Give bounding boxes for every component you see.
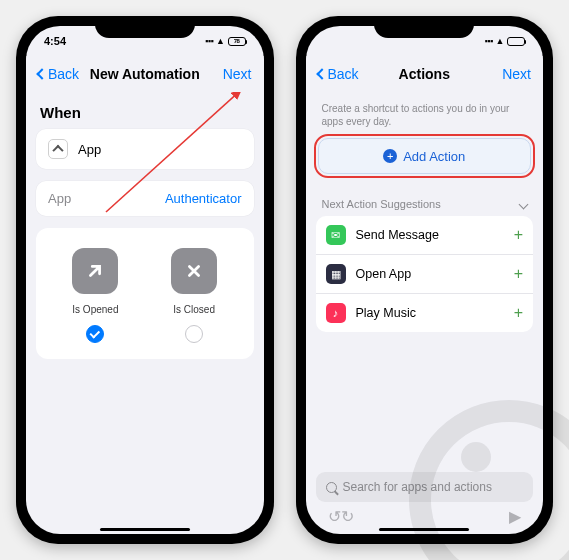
search-placeholder: Search for apps and actions [343, 480, 492, 494]
suggestions-header[interactable]: Next Action Suggestions [316, 190, 534, 216]
trigger-app-row[interactable]: App [36, 129, 254, 169]
suggestion-list: ✉ Send Message + ▦ Open App + ♪ Play Mus… [316, 216, 534, 332]
back-button[interactable]: Back [318, 66, 359, 82]
suggestion-open-app[interactable]: ▦ Open App + [316, 255, 534, 294]
wifi-icon: ▲ [216, 36, 224, 46]
status-right: ▪▪▪ ▲ 78 [205, 36, 246, 46]
notch [374, 16, 474, 38]
undo-icon[interactable]: ↺ [328, 507, 341, 526]
plus-circle-icon: + [383, 149, 397, 163]
chevron-left-icon [316, 68, 327, 79]
app-open-icon [48, 139, 68, 159]
when-heading: When [40, 104, 250, 121]
nav-bar: Back New Automation Next [26, 56, 264, 92]
status-time: 4:54 [44, 35, 66, 47]
option-is-opened[interactable]: Is Opened [50, 248, 140, 343]
battery-icon: 78 [228, 37, 246, 46]
radio-unchecked[interactable] [185, 325, 203, 343]
search-input[interactable]: Search for apps and actions [316, 472, 534, 502]
signal-icon: ▪▪▪ [205, 36, 213, 46]
signal-icon: ▪▪▪ [485, 36, 493, 46]
back-label: Back [48, 66, 79, 82]
play-icon[interactable]: ▶ [509, 507, 521, 526]
back-label: Back [328, 66, 359, 82]
add-suggestion-icon[interactable]: + [514, 265, 523, 283]
intro-text: Create a shortcut to actions you do in y… [322, 102, 528, 128]
app-selection-row[interactable]: App Authenticator [36, 181, 254, 216]
content-left: When App App Authenticator Is Opened [26, 92, 264, 534]
trigger-label: App [78, 142, 101, 157]
phone-right: ▪▪▪ ▲ Back Actions Next Create a shortcu… [296, 16, 554, 544]
suggestion-label: Play Music [356, 306, 504, 320]
suggestion-play-music[interactable]: ♪ Play Music + [316, 294, 534, 332]
chevron-left-icon [36, 68, 47, 79]
toolbar: ↺ ↻ ▶ [306, 504, 544, 528]
suggestions-title: Next Action Suggestions [322, 198, 441, 210]
app-row-value: Authenticator [165, 191, 242, 206]
search-icon [326, 482, 337, 493]
option-label: Is Closed [173, 304, 215, 315]
grid-icon: ▦ [326, 264, 346, 284]
screen-right: ▪▪▪ ▲ Back Actions Next Create a shortcu… [306, 26, 544, 534]
next-button[interactable]: Next [223, 66, 252, 82]
next-button[interactable]: Next [502, 66, 531, 82]
add-suggestion-icon[interactable]: + [514, 304, 523, 322]
suggestion-label: Send Message [356, 228, 504, 242]
notch [95, 16, 195, 38]
content-right: Create a shortcut to actions you do in y… [306, 92, 544, 534]
suggestion-send-message[interactable]: ✉ Send Message + [316, 216, 534, 255]
option-label: Is Opened [72, 304, 118, 315]
wifi-icon: ▲ [496, 36, 504, 46]
chevron-down-icon [519, 199, 529, 209]
add-action-button[interactable]: + Add Action [318, 138, 532, 174]
back-button[interactable]: Back [38, 66, 79, 82]
home-indicator[interactable] [100, 528, 190, 532]
redo-icon[interactable]: ↻ [341, 507, 354, 526]
close-icon [171, 248, 217, 294]
option-is-closed[interactable]: Is Closed [149, 248, 239, 343]
add-suggestion-icon[interactable]: + [514, 226, 523, 244]
suggestion-label: Open App [356, 267, 504, 281]
music-icon: ♪ [326, 303, 346, 323]
screen-left: 4:54 ▪▪▪ ▲ 78 Back New Automation Next W… [26, 26, 264, 534]
open-icon [72, 248, 118, 294]
message-icon: ✉ [326, 225, 346, 245]
app-row-label: App [48, 191, 71, 206]
add-action-label: Add Action [403, 149, 465, 164]
radio-checked[interactable] [86, 325, 104, 343]
status-right: ▪▪▪ ▲ [485, 36, 526, 46]
nav-bar: Back Actions Next [306, 56, 544, 92]
phone-left: 4:54 ▪▪▪ ▲ 78 Back New Automation Next W… [16, 16, 274, 544]
home-indicator[interactable] [379, 528, 469, 532]
highlight-box: + Add Action [318, 138, 532, 174]
battery-icon [507, 37, 525, 46]
open-close-options: Is Opened Is Closed [36, 228, 254, 359]
